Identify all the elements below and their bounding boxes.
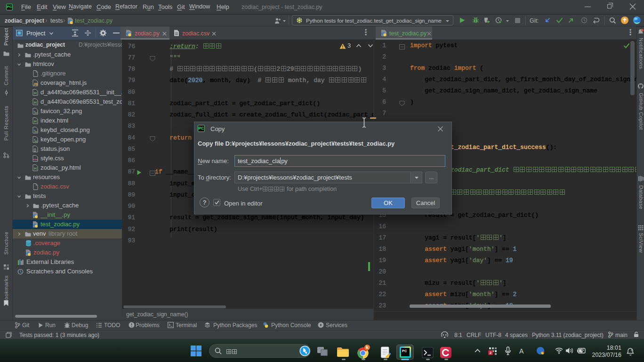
svg-text:css: css [33, 158, 38, 161]
svg-text:H: H [34, 119, 37, 123]
svg-text:{}: {} [33, 148, 36, 152]
svg-text:z: z [631, 348, 633, 352]
svg-text:JS: JS [33, 82, 38, 86]
svg-text:H: H [34, 100, 37, 105]
svg-text:H: H [34, 91, 37, 95]
svg-text:2: 2 [490, 351, 492, 355]
svg-text:PC: PC [402, 349, 407, 353]
svg-text:H: H [34, 166, 37, 171]
